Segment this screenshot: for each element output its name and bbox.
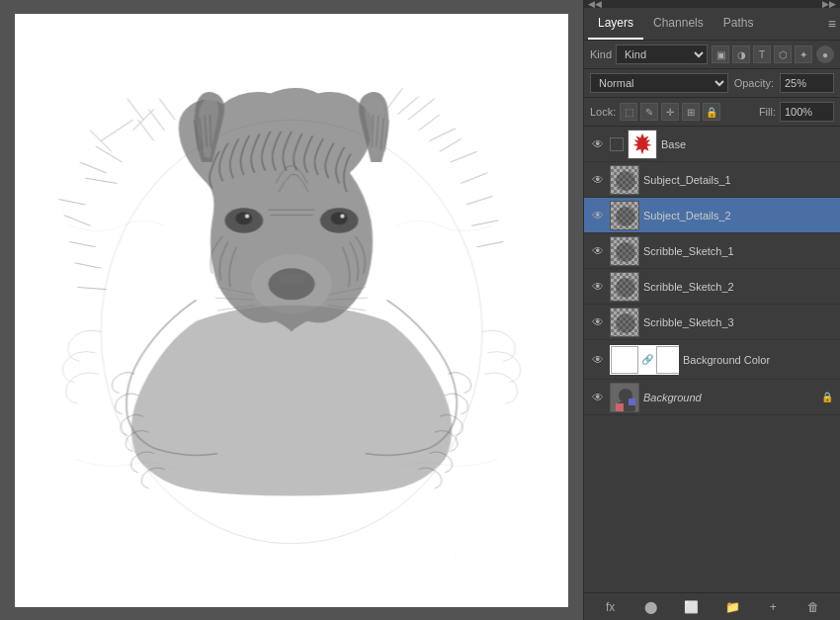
svg-point-37	[251, 254, 331, 313]
filter-pixel-icon[interactable]: ▣	[712, 45, 729, 63]
layer-visibility-toggle[interactable]: 👁	[590, 314, 606, 330]
layer-name: Scribble_Sketch_2	[643, 281, 834, 293]
layer-name: Subject_Details_2	[643, 210, 834, 221]
layer-item[interactable]: 👁Subject_Details_2	[584, 198, 840, 233]
layer-thumbnail	[610, 272, 639, 302]
adjustment-button[interactable]: ⬤	[641, 597, 661, 617]
layer-name: Subject_Details_1	[643, 174, 834, 186]
panel-tabs: Layers Channels Paths ≡	[584, 8, 840, 41]
canvas-content	[15, 14, 568, 607]
tab-paths[interactable]: Paths	[714, 8, 764, 40]
lock-transparent-icon[interactable]: ⬚	[620, 103, 637, 121]
svg-point-61	[616, 313, 635, 333]
layer-visibility-toggle[interactable]: 👁	[590, 243, 606, 259]
layer-checkbox[interactable]	[610, 137, 624, 151]
layers-panel: ◀◀ ▶▶ Layers Channels Paths ≡ Kind Kind …	[583, 0, 840, 620]
layer-visibility-toggle[interactable]: 👁	[590, 352, 606, 368]
layer-visibility-toggle[interactable]: 👁	[590, 390, 606, 405]
layer-visibility-toggle[interactable]: 👁	[590, 136, 606, 152]
panel-collapse-handle[interactable]: ◀◀ ▶▶	[584, 0, 840, 8]
filter-toggle[interactable]: ●	[816, 45, 834, 63]
svg-point-33	[340, 214, 344, 218]
tab-channels[interactable]: Channels	[643, 8, 714, 40]
layer-name: Scribble_Sketch_1	[643, 245, 834, 257]
panel-bottom: fx ⬤ ⬜ 📁 + 🗑	[584, 592, 840, 620]
svg-point-60	[616, 278, 635, 298]
lock-icons: ⬚ ✎ ✛ ⊞ 🔒	[620, 103, 720, 121]
layer-thumbnail	[610, 308, 639, 337]
svg-rect-65	[616, 403, 624, 411]
new-layer-button[interactable]: +	[763, 597, 783, 617]
layer-visibility-toggle[interactable]: 👁	[590, 172, 606, 188]
blend-mode-row: Normal Multiply Screen Overlay Opacity:	[584, 69, 840, 98]
lock-label: Lock:	[590, 106, 616, 118]
layer-item[interactable]: 👁Background🔒	[584, 380, 840, 415]
svg-point-29	[235, 212, 252, 224]
group-button[interactable]: 📁	[722, 597, 742, 617]
panel-menu-icon[interactable]: ≡	[828, 16, 836, 32]
filter-smart-icon[interactable]: ✦	[795, 45, 812, 63]
layer-item[interactable]: 👁Scribble_Sketch_3	[584, 305, 840, 340]
layer-thumbnail	[610, 236, 639, 266]
opacity-label: Opacity:	[734, 77, 774, 89]
svg-point-30	[245, 214, 249, 218]
layer-visibility-toggle[interactable]: 👁	[590, 208, 606, 223]
layer-thumbnail	[610, 165, 639, 195]
filter-shape-icon[interactable]: ⬡	[774, 45, 792, 63]
layer-name: Background Color	[683, 354, 834, 366]
filter-adjust-icon[interactable]: ◑	[732, 45, 750, 63]
layer-thumbnail	[610, 383, 639, 412]
layer-name: Base	[661, 138, 834, 150]
tab-layers[interactable]: Layers	[588, 8, 643, 40]
lock-artboard-icon[interactable]: ⊞	[682, 103, 700, 121]
svg-rect-66	[629, 399, 635, 405]
lock-all-icon[interactable]: 🔒	[703, 103, 720, 121]
layer-thumbnail	[610, 201, 639, 230]
filter-icons: ▣ ◑ T ⬡ ✦	[712, 45, 812, 63]
lock-paint-icon[interactable]: ✎	[640, 103, 658, 121]
layer-item[interactable]: 👁Subject_Details_1	[584, 162, 840, 198]
filter-label: Kind	[590, 48, 612, 60]
mask-button[interactable]: ⬜	[682, 597, 702, 617]
layer-item[interactable]: 👁🔗Background Color	[584, 340, 840, 380]
layer-item[interactable]: 👁Scribble_Sketch_2	[584, 269, 840, 305]
filter-dropdown[interactable]: Kind	[616, 44, 708, 64]
fx-button[interactable]: fx	[601, 597, 621, 617]
lock-row: Lock: ⬚ ✎ ✛ ⊞ 🔒 Fill:	[584, 98, 840, 127]
layer-visibility-toggle[interactable]: 👁	[590, 279, 606, 295]
layer-lock-icon: 🔒	[820, 391, 834, 404]
fill-input[interactable]	[780, 102, 834, 122]
svg-point-59	[616, 242, 635, 262]
lock-position-icon[interactable]: ✛	[661, 103, 679, 121]
wolf-sketch	[15, 14, 568, 607]
layer-item[interactable]: 👁Base	[584, 127, 840, 162]
layer-item[interactable]: 👁Scribble_Sketch_1	[584, 233, 840, 269]
filter-row: Kind Kind ▣ ◑ T ⬡ ✦ ●	[584, 41, 840, 69]
layer-thumbnail	[628, 130, 657, 159]
svg-point-32	[331, 212, 348, 224]
svg-point-58	[616, 207, 635, 226]
fill-label: Fill:	[759, 106, 776, 118]
svg-point-57	[616, 171, 635, 191]
delete-layer-button[interactable]: 🗑	[803, 597, 823, 617]
layer-name: Scribble_Sketch_3	[643, 316, 834, 328]
layer-name: Background	[643, 392, 816, 403]
layers-list: 👁Base👁Subject_Details_1👁Subject_Details_…	[584, 127, 840, 592]
filter-type-icon[interactable]: T	[753, 45, 771, 63]
layer-thumbnail: 🔗	[610, 345, 679, 375]
canvas-area	[0, 0, 583, 620]
opacity-input[interactable]	[780, 73, 834, 93]
blend-mode-dropdown[interactable]: Normal Multiply Screen Overlay	[590, 73, 728, 93]
